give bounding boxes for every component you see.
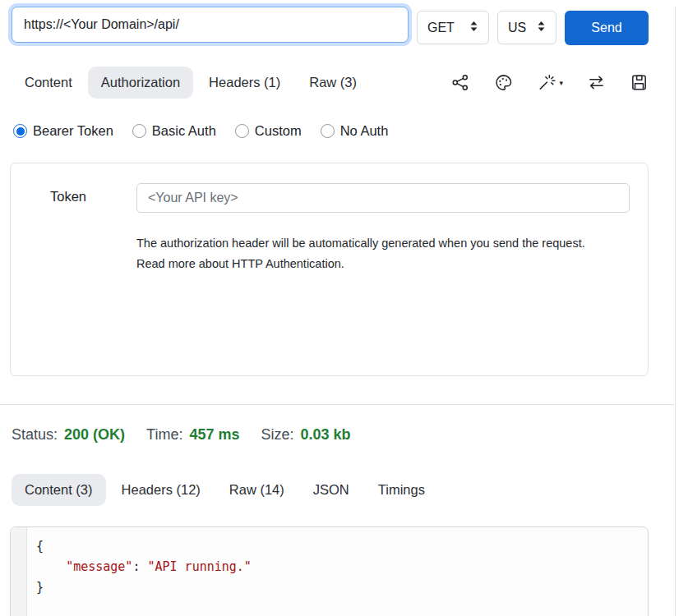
response-divider bbox=[0, 404, 675, 405]
url-input[interactable] bbox=[12, 7, 409, 43]
token-label: Token bbox=[29, 183, 136, 205]
request-bar: GET US Send bbox=[0, 7, 675, 45]
json-separator: : bbox=[132, 559, 147, 574]
token-help-text: The authorization header will be automat… bbox=[136, 233, 613, 274]
time-label: Time: bbox=[146, 426, 182, 444]
chevron-down-icon: ▾ bbox=[559, 79, 563, 87]
radio-unchecked-icon bbox=[132, 124, 146, 138]
size-label: Size: bbox=[261, 426, 293, 444]
tab-response-timings[interactable]: Timings bbox=[365, 474, 438, 506]
region-select[interactable]: US bbox=[497, 11, 556, 44]
token-input[interactable] bbox=[136, 183, 630, 213]
tab-raw[interactable]: Raw (3) bbox=[296, 67, 370, 99]
radio-unchecked-icon bbox=[235, 124, 249, 138]
tab-response-content[interactable]: Content (3) bbox=[12, 474, 106, 506]
method-select-value: GET bbox=[427, 21, 455, 35]
tab-authorization[interactable]: Authorization bbox=[88, 67, 193, 99]
json-close-brace: } bbox=[36, 580, 44, 595]
response-tabs: Content (3) Headers (12) Raw (14) JSON T… bbox=[0, 474, 675, 506]
tab-response-raw[interactable]: Raw (14) bbox=[216, 474, 298, 506]
radio-unchecked-icon bbox=[321, 124, 335, 138]
share-icon[interactable] bbox=[451, 73, 470, 92]
tab-content[interactable]: Content bbox=[12, 67, 85, 99]
auth-option-basic-auth[interactable]: Basic Auth bbox=[132, 123, 216, 139]
select-arrows-icon bbox=[537, 21, 546, 35]
select-arrows-icon bbox=[469, 21, 478, 35]
api-client-page: GET US Send Content Authorization Header… bbox=[0, 7, 676, 616]
save-icon[interactable] bbox=[630, 73, 649, 92]
json-key: "message" bbox=[66, 559, 132, 574]
request-tabs: Content Authorization Headers (1) Raw (3… bbox=[12, 67, 372, 99]
tab-response-headers[interactable]: Headers (12) bbox=[109, 474, 214, 506]
response-body-viewer[interactable]: { "message": "API running." } bbox=[10, 526, 649, 616]
auth-option-bearer-token[interactable]: Bearer Token bbox=[13, 123, 113, 139]
palette-icon[interactable] bbox=[494, 73, 513, 92]
size-value: 0.03 kb bbox=[301, 426, 351, 444]
json-open-brace: { bbox=[36, 539, 44, 554]
auth-type-options: Bearer Token Basic Auth Custom No Auth bbox=[13, 123, 675, 139]
method-select[interactable]: GET bbox=[417, 11, 489, 44]
swap-arrows-icon[interactable] bbox=[587, 73, 606, 92]
response-json-code: { "message": "API running." } bbox=[27, 527, 648, 616]
request-tabs-row: Content Authorization Headers (1) Raw (3… bbox=[0, 67, 675, 99]
magic-wand-dropdown-icon[interactable]: ▾ bbox=[537, 73, 563, 92]
radio-checked-icon bbox=[13, 124, 27, 138]
json-value: "API running." bbox=[147, 559, 251, 574]
send-button[interactable]: Send bbox=[565, 11, 649, 45]
status-value: 200 (OK) bbox=[64, 426, 125, 444]
region-select-value: US bbox=[508, 21, 526, 35]
code-gutter bbox=[11, 527, 27, 616]
response-status-row: Status: 200 (OK) Time: 457 ms Size: 0.03… bbox=[12, 426, 675, 444]
request-toolbar: ▾ bbox=[451, 73, 649, 92]
time-value: 457 ms bbox=[189, 426, 239, 444]
bearer-token-panel: Token The authorization header will be a… bbox=[10, 163, 649, 376]
tab-headers[interactable]: Headers (1) bbox=[196, 67, 293, 99]
status-label: Status: bbox=[12, 426, 58, 444]
auth-option-custom[interactable]: Custom bbox=[235, 123, 302, 139]
auth-option-no-auth[interactable]: No Auth bbox=[321, 123, 389, 139]
tab-response-json[interactable]: JSON bbox=[300, 474, 362, 506]
